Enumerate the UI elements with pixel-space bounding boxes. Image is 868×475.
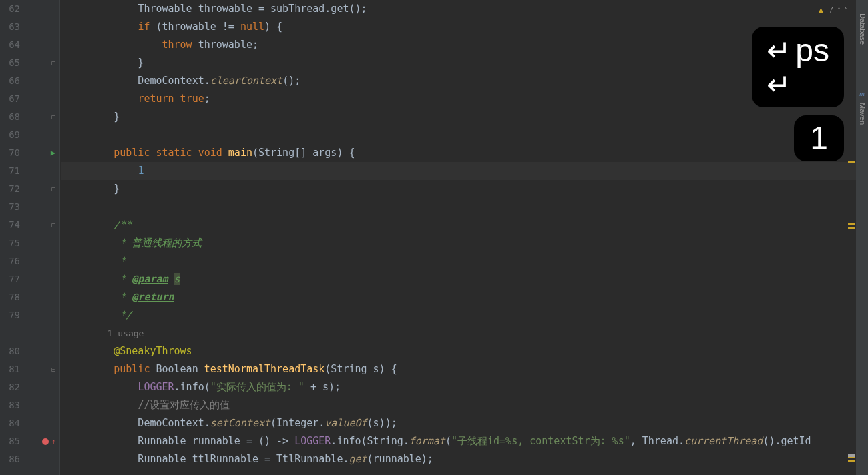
token-plain: (Integer. xyxy=(270,417,324,429)
line-number[interactable]: 77 xyxy=(0,270,24,288)
line-number[interactable]: 78 xyxy=(0,288,24,306)
code-line[interactable]: public Boolean testNormalThreadTask(Stri… xyxy=(61,360,868,378)
line-number[interactable]: 82 xyxy=(0,378,24,396)
fold-icon[interactable]: ⊟ xyxy=(51,360,55,378)
code-line[interactable]: @SneakyThrows xyxy=(61,342,868,360)
token-jdoc-param: s xyxy=(174,273,180,285)
line-number[interactable]: 76 xyxy=(0,252,24,270)
code-line[interactable]: DemoContext.setContext(Integer.valueOf(s… xyxy=(61,414,868,432)
code-line[interactable]: * @return xyxy=(61,288,868,306)
code-line[interactable]: //设置对应传入的值 xyxy=(61,396,868,414)
token-mi: currentThread xyxy=(684,435,763,447)
fold-icon[interactable]: ⊟ xyxy=(51,108,55,126)
token-plain: Runnable runnable = () -> xyxy=(65,435,294,447)
line-number[interactable]: 81 xyxy=(0,360,24,378)
token-fld: LOGGER xyxy=(138,381,174,393)
code-line[interactable]: Runnable runnable = () -> LOGGER.info(St… xyxy=(61,432,868,450)
stripe-mark[interactable] xyxy=(848,460,855,462)
line-number[interactable]: 70 xyxy=(0,144,24,162)
token-mi: setContext xyxy=(210,417,270,429)
line-number[interactable]: 79 xyxy=(0,306,24,324)
token-plain: .info( xyxy=(174,381,210,393)
line-number[interactable]: 65 xyxy=(0,54,24,72)
line-number[interactable]: 83 xyxy=(0,396,24,414)
stripe-mark[interactable] xyxy=(848,223,855,225)
line-number[interactable]: 75 xyxy=(0,234,24,252)
code-line[interactable]: DemoContext.clearContext(); xyxy=(61,72,868,90)
line-number[interactable]: 69 xyxy=(0,126,24,144)
line-number[interactable]: 63 xyxy=(0,18,24,36)
code-line[interactable]: */ xyxy=(61,306,868,324)
code-line[interactable]: throw throwable; xyxy=(61,36,868,54)
token-s: "子线程id=%s, contextStr为: %s" xyxy=(451,435,630,447)
line-number[interactable]: 84 xyxy=(0,414,24,432)
token-jdoc: * 普通线程的方式 xyxy=(120,237,202,249)
line-number[interactable]: 72 xyxy=(0,180,24,198)
error-stripe[interactable] xyxy=(847,0,856,475)
code-line[interactable]: * @param s xyxy=(61,270,868,288)
token-plain: ) { xyxy=(264,21,282,33)
line-number[interactable]: 80 xyxy=(0,342,24,360)
fold-icon[interactable]: ⊟ xyxy=(51,180,55,198)
code-line[interactable]: } xyxy=(61,54,868,72)
code-line[interactable] xyxy=(61,198,868,216)
gutter-row: 80 xyxy=(0,342,59,360)
code-line[interactable]: 1 usage xyxy=(61,324,868,342)
token-plain: (s)); xyxy=(367,417,397,429)
line-number[interactable]: 73 xyxy=(0,198,24,216)
gutter-row: 71 xyxy=(0,162,59,180)
token-k: null xyxy=(240,21,264,33)
code-editor[interactable]: 62636465⊟666768⊟6970▶7172⊟7374⊟757677787… xyxy=(0,0,868,475)
code-area[interactable]: Throwable throwable = subThread.get(); i… xyxy=(60,0,868,475)
gutter-row: 73 xyxy=(0,198,59,216)
line-number[interactable]: 85 xyxy=(0,432,24,450)
inspection-widget[interactable]: ▲ 7 ˄ ˅ xyxy=(817,1,848,19)
code-line[interactable]: LOGGER.info("实际传入的值为: " + s); xyxy=(61,378,868,396)
line-number[interactable]: 86 xyxy=(0,450,24,468)
token-plain: (String s) { xyxy=(324,363,397,375)
line-number[interactable]: 74 xyxy=(0,216,24,234)
line-number[interactable]: 68 xyxy=(0,108,24,126)
run-icon[interactable]: ▶ xyxy=(51,144,55,162)
stripe-caret-mark[interactable] xyxy=(848,454,855,457)
gutter-row: 84 xyxy=(0,414,59,432)
code-line[interactable]: public static void main(String[] args) { xyxy=(61,144,868,162)
code-line[interactable]: /** xyxy=(61,216,868,234)
token-plain: (throwable != xyxy=(150,21,240,33)
code-line[interactable]: return true; xyxy=(61,90,868,108)
line-number[interactable]: 71 xyxy=(0,162,24,180)
code-line[interactable]: * xyxy=(61,252,868,270)
gutter: 62636465⊟666768⊟6970▶7172⊟7374⊟757677787… xyxy=(0,0,60,475)
token-mi: format xyxy=(409,435,445,447)
text-caret xyxy=(144,164,144,177)
breakpoint-icon[interactable] xyxy=(42,438,49,445)
fold-icon[interactable]: ⊟ xyxy=(51,216,55,234)
token-plain: Runnable ttlRunnable = TtlRunnable. xyxy=(65,453,349,465)
code-line[interactable]: } xyxy=(61,180,868,198)
line-number[interactable]: 64 xyxy=(0,36,24,54)
stripe-mark[interactable] xyxy=(848,161,855,163)
stripe-mark[interactable] xyxy=(848,227,855,229)
token-plain: DemoContext. xyxy=(65,75,210,87)
gutter-row: 64 xyxy=(0,36,59,54)
line-number[interactable]: 62 xyxy=(0,0,24,18)
fold-icon[interactable]: ⊟ xyxy=(51,54,55,72)
line-number[interactable]: 66 xyxy=(0,72,24,90)
chevron-up-icon[interactable]: ˄ xyxy=(837,1,841,19)
code-line[interactable]: * 普通线程的方式 xyxy=(61,234,868,252)
code-line[interactable]: Throwable throwable = subThread.get(); xyxy=(61,0,868,18)
line-number[interactable]: 67 xyxy=(0,90,24,108)
code-line[interactable] xyxy=(61,126,868,144)
code-line[interactable]: } xyxy=(61,108,868,126)
token-n: 1 xyxy=(138,165,144,177)
gutter-row: 66 xyxy=(0,72,59,90)
gutter-row: 63 xyxy=(0,18,59,36)
code-line[interactable]: if (throwable != null) { xyxy=(61,18,868,36)
code-line[interactable]: Runnable ttlRunnable = TtlRunnable.get(r… xyxy=(61,450,868,468)
token-mi: get xyxy=(349,453,367,465)
token-jdoc-tag: @param xyxy=(132,273,168,285)
token-mi: valueOf xyxy=(324,417,367,429)
gutter-row: 69 xyxy=(0,126,59,144)
code-line[interactable]: 1 xyxy=(61,162,868,180)
token-plain xyxy=(65,363,114,375)
